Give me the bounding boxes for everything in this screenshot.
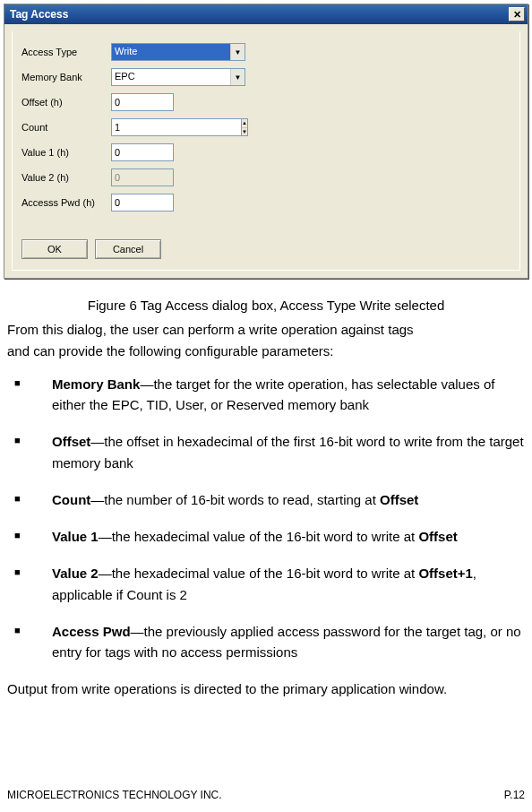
row-access-type: Access Type Write ▼ bbox=[21, 42, 511, 62]
parameter-list: Memory Bank—the target for the write ope… bbox=[7, 374, 525, 663]
label-access-type: Access Type bbox=[21, 47, 111, 57]
access-type-combo[interactable]: Write ▼ bbox=[111, 43, 245, 61]
memory-bank-value: EPC bbox=[112, 69, 230, 85]
footer-page: P.12 bbox=[504, 789, 525, 801]
close-button[interactable]: ✕ bbox=[509, 7, 525, 22]
figure-caption: Figure 6 Tag Access dialog box, Access T… bbox=[7, 295, 525, 315]
outro: Output from write operations is directed… bbox=[7, 678, 525, 699]
label-count: Count bbox=[21, 122, 111, 133]
label-offset: Offset (h) bbox=[21, 97, 111, 108]
tag-access-dialog: Tag Access ✕ Access Type Write ▼ Memory … bbox=[4, 4, 528, 279]
row-value2: Value 2 (h) bbox=[21, 168, 511, 187]
term: Memory Bank bbox=[52, 376, 140, 392]
intro-line-2: and can provide the following configurab… bbox=[7, 341, 525, 361]
desc: —the hexadecimal value of the 16-bit wor… bbox=[99, 529, 419, 544]
row-access-pwd: Accesss Pwd (h) bbox=[21, 193, 511, 212]
dialog-titlebar[interactable]: Tag Access ✕ bbox=[4, 4, 528, 24]
ok-button[interactable]: OK bbox=[21, 239, 88, 259]
document-body: Figure 6 Tag Access dialog box, Access T… bbox=[0, 279, 532, 700]
list-item: Offset—the offset in hexadecimal of the … bbox=[7, 431, 525, 473]
term: Count bbox=[52, 492, 90, 507]
access-type-value: Write bbox=[112, 44, 230, 60]
access-pwd-input[interactable] bbox=[111, 194, 174, 212]
desc: —the offset in hexadecimal of the first … bbox=[52, 434, 524, 470]
memory-bank-combo[interactable]: EPC ▼ bbox=[111, 68, 245, 86]
spinner-up-icon[interactable]: ▲ bbox=[242, 119, 247, 128]
footer-company: MICROELECTRONICS TECHNOLOGY INC. bbox=[7, 789, 222, 801]
intro-line-1: From this dialog, the user can perform a… bbox=[7, 319, 525, 340]
bold-tail: Offset bbox=[418, 529, 457, 544]
list-item: Value 2—the hexadecimal value of the 16-… bbox=[7, 563, 525, 605]
value2-input bbox=[111, 168, 174, 186]
term: Value 2 bbox=[52, 566, 99, 581]
list-item: Memory Bank—the target for the write ope… bbox=[7, 374, 525, 416]
page-footer: MICROELECTRONICS TECHNOLOGY INC. P.12 bbox=[7, 789, 525, 801]
dialog-body: Access Type Write ▼ Memory Bank EPC ▼ Of… bbox=[12, 31, 520, 271]
term: Offset bbox=[52, 434, 90, 449]
spinner-buttons: ▲ ▼ bbox=[241, 118, 248, 136]
label-value2: Value 2 (h) bbox=[21, 172, 111, 183]
offset-input[interactable] bbox=[111, 93, 174, 111]
list-item: Count—the number of 16-bit words to read… bbox=[7, 489, 525, 510]
close-icon: ✕ bbox=[513, 9, 521, 21]
label-memory-bank: Memory Bank bbox=[21, 72, 111, 82]
row-count: Count ▲ ▼ bbox=[21, 117, 511, 137]
value1-input[interactable] bbox=[111, 143, 174, 161]
row-memory-bank: Memory Bank EPC ▼ bbox=[21, 67, 511, 87]
cancel-button[interactable]: Cancel bbox=[95, 239, 161, 259]
term: Access Pwd bbox=[52, 624, 131, 639]
row-value1: Value 1 (h) bbox=[21, 143, 511, 162]
bold-tail: Offset bbox=[380, 492, 418, 507]
label-value1: Value 1 (h) bbox=[21, 147, 111, 158]
button-row: OK Cancel bbox=[21, 239, 511, 259]
label-access-pwd: Accesss Pwd (h) bbox=[21, 197, 111, 208]
chevron-down-icon[interactable]: ▼ bbox=[230, 69, 245, 85]
bold-tail: Offset+1 bbox=[418, 566, 472, 581]
list-item: Value 1—the hexadecimal value of the 16-… bbox=[7, 526, 525, 547]
list-item: Access Pwd—the previously applied access… bbox=[7, 621, 525, 663]
count-input[interactable] bbox=[111, 118, 241, 136]
row-offset: Offset (h) bbox=[21, 92, 511, 112]
spinner-down-icon[interactable]: ▼ bbox=[242, 128, 247, 136]
desc: —the number of 16-bit words to read, sta… bbox=[90, 492, 380, 507]
term: Value 1 bbox=[52, 529, 99, 544]
chevron-down-icon[interactable]: ▼ bbox=[230, 44, 245, 60]
dialog-title: Tag Access bbox=[10, 8, 68, 21]
count-spinner[interactable]: ▲ ▼ bbox=[111, 118, 174, 136]
desc: —the hexadecimal value of the 16-bit wor… bbox=[99, 566, 419, 581]
